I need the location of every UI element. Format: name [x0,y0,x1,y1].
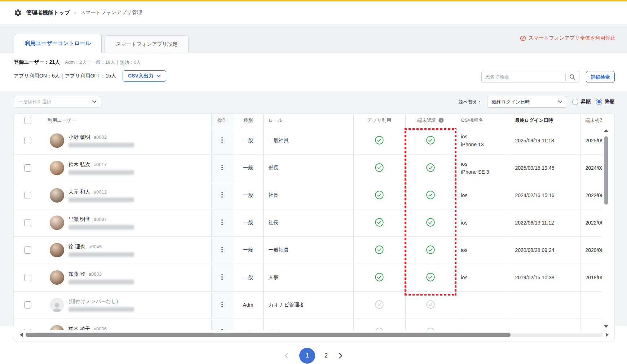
user-type: 一般 [233,264,263,291]
first-device-login: 2025/09 [580,127,602,154]
device-auth-status-icon [426,272,435,282]
vertical-scroll-thumb[interactable] [604,136,608,205]
app-use-status-icon [375,327,384,330]
row-checkbox[interactable] [24,329,31,330]
kebab-menu-icon[interactable] [219,190,225,200]
kebab-menu-icon[interactable] [219,135,225,145]
breadcrumb: 管理者機能トップ › スマートフォンアプリ管理 [0,1,627,24]
page: 管理者機能トップ › スマートフォンアプリ管理 利用ユーザーコントロール スマー… [0,0,627,364]
first-device-login: 2018/05 [580,264,602,291]
user-email-blurred [69,197,134,202]
breadcrumb-current: スマートフォンアプリ管理 [80,9,142,16]
table-row: 柏木 綾子a0006 一般 係長 [14,319,602,330]
search-input[interactable] [482,71,565,83]
table-header-row: 利用ユーザー 操作 種別 ロール アプリ利用 端末認証 OS/機種名 最終ログイ… [14,114,602,127]
device-auth-status-icon [426,163,435,172]
device-os: ios [461,274,510,281]
row-checkbox[interactable] [24,274,31,281]
info-icon[interactable] [438,117,444,123]
last-login-datetime: 2019/02/15 10:38 [510,264,580,291]
device-auth-status-icon [426,300,435,309]
last-login-datetime [510,291,580,319]
sort-select[interactable]: 最終ログイン日時 [487,96,567,108]
tab-user-control[interactable]: 利用ユーザーコントロール [14,34,102,53]
app-use-status-icon [375,136,384,145]
device-auth-status-icon [426,136,435,145]
avatar [50,188,64,203]
scroll-left-arrow-icon[interactable] [20,333,23,337]
bulk-action-select[interactable]: 一括操作を選択 [14,96,101,108]
row-checkbox[interactable] [24,301,31,308]
device-os: ios [461,133,510,141]
table-row: 鈴木 弘次a0017 一般 部長 iosiPhone SE 3 2025/09/… [14,154,602,182]
user-type: 一般 [233,236,263,264]
sort-label: 並べ替え： [458,99,482,105]
kebab-menu-icon[interactable] [219,272,225,282]
user-role: カオナビ管理者 [263,291,353,319]
header-type: 種別 [233,114,263,127]
device-auth-status-icon [426,245,435,254]
row-checkbox[interactable] [24,247,31,254]
user-type: 一般 [233,209,263,236]
user-id: a0017 [94,162,107,167]
first-device-login: 2022/08 [580,182,602,209]
row-checkbox[interactable] [24,137,31,144]
chevron-down-icon [558,100,562,103]
user-role: 一般社員 [263,236,353,264]
scroll-up-arrow-icon[interactable] [604,129,608,132]
next-page-button[interactable] [337,352,344,359]
header-actions: 操作 [211,114,233,127]
radio-icon [572,99,578,105]
kebab-menu-icon[interactable] [219,245,225,254]
kebab-menu-icon[interactable] [219,327,225,330]
horizontal-scroll-thumb[interactable] [26,333,511,337]
first-device-login: 2020/08 [580,236,602,264]
user-id: a0012 [94,189,107,195]
csv-export-button[interactable]: CSV入出力 [123,70,166,82]
user-role: 部長 [263,154,353,182]
user-name: 加藤 登 [69,271,85,277]
select-all-checkbox[interactable] [24,117,31,124]
kebab-menu-icon[interactable] [219,163,225,172]
avatar [50,270,64,285]
page-1-button[interactable]: 1 [299,348,315,364]
table-row: (紐付けメンバーなし) Adm カオナビ管理者 [14,291,602,319]
scroll-right-arrow-icon[interactable] [606,333,609,337]
search-icon[interactable] [566,71,579,83]
first-device-login: 2024/02 [580,154,602,182]
tab-app-settings[interactable]: スマートフォンアプリ設定 [105,35,189,53]
table-row: 小野 敏明a0002 一般 一般社員 iosiPhone 13 2025/09/… [14,127,602,154]
kebab-menu-icon[interactable] [219,299,225,309]
row-checkbox[interactable] [24,219,31,226]
sort-asc-radio[interactable]: 昇順 [572,99,591,105]
device-os: ios [461,160,510,168]
first-device-login: 2022/06 [580,209,602,236]
table-viewport: 利用ユーザー 操作 種別 ロール アプリ利用 端末認証 OS/機種名 最終ログイ… [14,114,602,330]
person-icon [51,301,63,312]
horizontal-scrollbar [20,332,609,337]
breadcrumb-root-link[interactable]: 管理者機能トップ [26,9,70,16]
user-email-blurred [69,225,134,230]
user-role: 社長 [263,209,353,236]
sort-desc-radio[interactable]: 降順 [596,99,615,105]
row-checkbox[interactable] [24,192,31,199]
page-2-button[interactable]: 2 [324,352,328,359]
user-id: a0045 [89,244,102,249]
user-role: 一般社員 [263,127,353,154]
row-checkbox[interactable] [24,164,31,172]
table-row: 加藤 登a0603 一般 人事 ios 2019/02/15 10:38 201… [14,264,602,291]
previous-page-button[interactable] [283,352,290,359]
advanced-search-button[interactable]: 詳細検索 [586,71,615,83]
chevron-down-icon [156,75,161,77]
device-os: ios [461,246,510,254]
stop-all-app-link[interactable]: スマートフォンアプリ全体を利用停止 [520,35,615,41]
kebab-menu-icon[interactable] [219,217,225,227]
device-model: iPhone SE 3 [461,168,510,176]
table-row: 大元 和人a0012 一般 社長 ios 2024/02/16 15:16 20… [14,182,602,209]
scroll-down-arrow-icon[interactable] [604,325,608,328]
user-role: 社長 [263,182,353,209]
table-body: 小野 敏明a0002 一般 一般社員 iosiPhone 13 2025/09/… [14,127,602,330]
block-icon [520,35,526,41]
avatar [50,133,64,148]
user-table-card: 利用ユーザー 操作 種別 ロール アプリ利用 端末認証 OS/機種名 最終ログイ… [14,114,615,341]
